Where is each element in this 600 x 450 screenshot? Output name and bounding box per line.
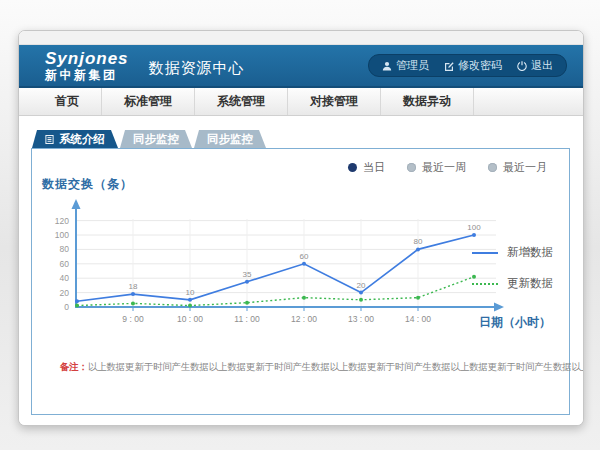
data-point <box>131 301 135 305</box>
app-header: Synjones 新中新集团 数据资源中心 管理员 修改密码 退出 <box>19 45 583 88</box>
radio-last-month[interactable]: 最近一月 <box>488 160 547 175</box>
legend-label: 更新数据 <box>507 276 553 291</box>
footnote: 备注：以上数据更新于时间产生数据以上数据更新于时间产生数据以上数据更新于时间产生… <box>60 361 584 374</box>
data-point <box>188 298 192 302</box>
change-password-label: 修改密码 <box>458 58 502 73</box>
tab-bar: 系统介绍 同步监控 同步监控 <box>32 130 266 148</box>
y-tick-label: 0 <box>64 302 69 312</box>
desktop-background: Synjones 新中新集团 数据资源中心 管理员 修改密码 退出 <box>0 0 600 450</box>
time-filter-group: 当日 最近一周 最近一月 <box>348 160 547 175</box>
nav-item-system-mgmt[interactable]: 系统管理 <box>195 88 288 115</box>
window-titlebar <box>19 31 583 45</box>
legend-line-dotted <box>472 283 498 285</box>
data-point <box>416 247 420 251</box>
x-tick-label: 12 : 00 <box>291 314 317 324</box>
legend-item-new-data[interactable]: 新增数据 <box>472 245 553 260</box>
data-point-label: 10 <box>186 288 195 297</box>
admin-user-label: 管理员 <box>396 58 429 73</box>
main-nav: 首页 标准管理 系统管理 对接管理 数据异动 <box>19 88 583 116</box>
tab-label: 同步监控 <box>133 132 179 147</box>
data-point-label: 20 <box>357 281 366 290</box>
radio-label: 当日 <box>363 160 385 175</box>
radio-selected-icon <box>348 163 357 172</box>
edit-icon <box>444 61 454 71</box>
data-point <box>472 233 476 237</box>
data-point <box>131 292 135 296</box>
y-axis-arrow <box>72 199 81 209</box>
radio-unselected-icon <box>488 163 497 172</box>
legend-label: 新增数据 <box>507 245 553 260</box>
logout-button[interactable]: 退出 <box>517 58 553 73</box>
logo-company-text: 新中新集团 <box>45 69 129 81</box>
data-point <box>245 301 249 305</box>
x-tick-label: 13 : 00 <box>348 314 374 324</box>
data-point <box>359 291 363 295</box>
data-point-label: 100 <box>467 223 481 232</box>
y-tick-label: 60 <box>60 259 70 269</box>
radio-last-week[interactable]: 最近一周 <box>407 160 466 175</box>
user-toolbar: 管理员 修改密码 退出 <box>368 54 567 77</box>
chart-panel: 当日 最近一周 最近一月 数据交换（条） 9 : 0010 : 0011 : 0… <box>31 148 570 415</box>
chart-legend: 新增数据 更新数据 <box>472 245 553 291</box>
x-tick-label: 14 : 00 <box>405 314 431 324</box>
power-icon <box>517 61 527 71</box>
footnote-label: 备注： <box>60 361 88 372</box>
nav-item-home[interactable]: 首页 <box>33 88 102 115</box>
footnote-text: 以上数据更新于时间产生数据以上数据更新于时间产生数据以上数据更新于时间产生数据以… <box>88 361 584 372</box>
x-tick-label: 9 : 00 <box>122 314 144 324</box>
legend-line-solid <box>472 252 498 254</box>
tab-sync-monitor-1[interactable]: 同步监控 <box>120 130 192 148</box>
tab-sync-monitor-2[interactable]: 同步监控 <box>194 130 266 148</box>
content-area: 系统介绍 同步监控 同步监控 当日 最近一周 <box>19 116 583 426</box>
data-point <box>302 262 306 266</box>
data-point-label: 35 <box>243 270 252 279</box>
line-chart: 9 : 0010 : 0011 : 0012 : 0013 : 0014 : 0… <box>40 195 510 335</box>
x-tick-label: 10 : 00 <box>177 314 203 324</box>
x-tick-label: 11 : 00 <box>234 314 260 324</box>
data-point-label: 60 <box>300 252 309 261</box>
logo-brand-text: Synjones <box>45 50 129 67</box>
nav-item-data-change[interactable]: 数据异动 <box>381 88 474 115</box>
nav-item-integration-mgmt[interactable]: 对接管理 <box>288 88 381 115</box>
data-point <box>302 296 306 300</box>
data-point <box>75 299 79 303</box>
admin-user-button[interactable]: 管理员 <box>382 58 429 73</box>
y-tick-label: 100 <box>55 230 69 240</box>
radio-unselected-icon <box>407 163 416 172</box>
data-point <box>416 296 420 300</box>
company-logo: Synjones 新中新集团 <box>45 50 129 81</box>
page-title: 数据资源中心 <box>149 59 245 78</box>
nav-item-standard-mgmt[interactable]: 标准管理 <box>102 88 195 115</box>
y-tick-label: 80 <box>60 244 70 254</box>
tab-system-intro[interactable]: 系统介绍 <box>32 130 118 148</box>
x-axis-title: 日期（小时） <box>479 314 551 331</box>
logout-label: 退出 <box>531 58 553 73</box>
tab-label: 同步监控 <box>207 132 253 147</box>
app-window: Synjones 新中新集团 数据资源中心 管理员 修改密码 退出 <box>18 30 584 426</box>
y-axis-title: 数据交换（条） <box>42 176 133 193</box>
data-point <box>245 280 249 284</box>
data-point <box>75 304 79 308</box>
y-tick-label: 40 <box>60 273 70 283</box>
y-tick-label: 20 <box>60 288 70 298</box>
user-icon <box>382 61 392 71</box>
x-axis-arrow <box>494 303 504 312</box>
y-tick-label: 120 <box>55 216 69 226</box>
data-point-label: 80 <box>414 237 423 246</box>
data-point <box>188 304 192 308</box>
data-point <box>359 298 363 302</box>
document-icon <box>45 135 54 144</box>
radio-label: 最近一周 <box>422 160 466 175</box>
legend-item-updated-data[interactable]: 更新数据 <box>472 276 553 291</box>
data-point-label: 18 <box>129 282 138 291</box>
tab-label: 系统介绍 <box>59 132 105 147</box>
radio-today[interactable]: 当日 <box>348 160 385 175</box>
radio-label: 最近一月 <box>503 160 547 175</box>
change-password-button[interactable]: 修改密码 <box>444 58 502 73</box>
